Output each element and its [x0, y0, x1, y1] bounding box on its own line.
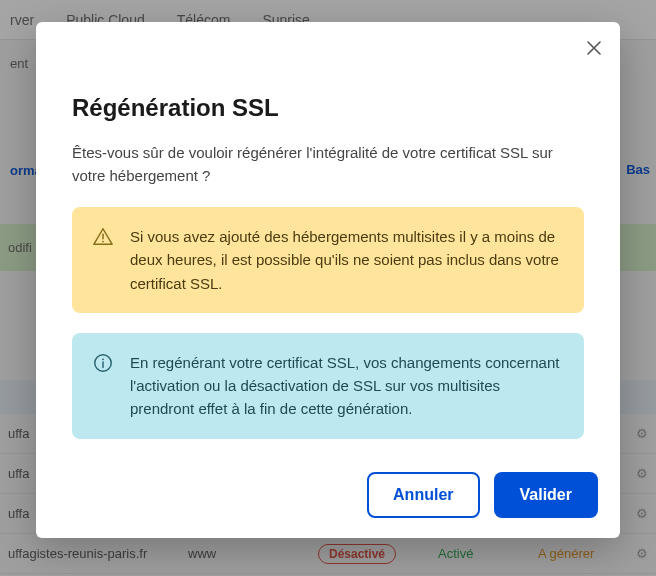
modal-body: Régénération SSL Êtes-vous sûr de vouloi… [36, 22, 620, 458]
info-icon [92, 352, 114, 374]
warning-alert: Si vous avez ajouté des hébergements mul… [72, 207, 584, 313]
modal-footer: Annuler Valider [36, 458, 620, 538]
confirm-button[interactable]: Valider [494, 472, 598, 518]
warning-text: Si vous avez ajouté des hébergements mul… [130, 225, 564, 295]
svg-point-1 [102, 241, 104, 243]
svg-point-3 [102, 358, 104, 360]
close-button[interactable] [582, 36, 606, 60]
warning-icon [92, 226, 114, 248]
info-text: En regénérant votre certificat SSL, vos … [130, 351, 564, 421]
cancel-button[interactable]: Annuler [367, 472, 479, 518]
close-icon [587, 41, 601, 55]
info-alert: En regénérant votre certificat SSL, vos … [72, 333, 584, 439]
modal-title: Régénération SSL [72, 94, 584, 122]
modal-question: Êtes-vous sûr de vouloir régénérer l'int… [72, 142, 584, 187]
ssl-regen-modal: Régénération SSL Êtes-vous sûr de vouloi… [36, 22, 620, 538]
